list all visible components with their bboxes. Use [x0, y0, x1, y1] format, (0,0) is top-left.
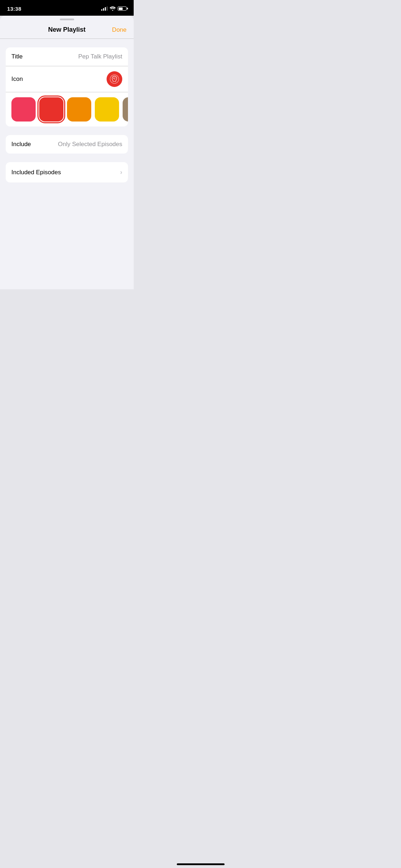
- status-icons: [101, 6, 127, 11]
- icon-row[interactable]: Icon: [6, 66, 128, 92]
- include-card: Include Only Selected Episodes: [6, 135, 128, 154]
- battery-icon: [118, 6, 127, 11]
- episodes-card[interactable]: Included Episodes ›: [6, 162, 128, 182]
- episodes-label: Included Episodes: [11, 169, 61, 176]
- status-time: 13:38: [7, 6, 21, 12]
- brain-icon: [110, 74, 119, 84]
- title-row[interactable]: Title Pep Talk Playlist: [6, 47, 128, 66]
- color-swatch-orange[interactable]: [67, 97, 91, 122]
- include-row[interactable]: Include Only Selected Episodes: [6, 135, 128, 154]
- icon-label: Icon: [11, 76, 23, 83]
- color-swatch-yellow[interactable]: [95, 97, 119, 122]
- signal-icon: [101, 6, 108, 11]
- nav-bar: New Playlist Done: [0, 20, 134, 39]
- title-icon-card: Title Pep Talk Playlist Icon: [6, 47, 128, 126]
- title-label: Title: [11, 53, 23, 60]
- color-swatch-red[interactable]: [39, 97, 63, 122]
- content-area: Title Pep Talk Playlist Icon: [0, 39, 134, 200]
- chevron-right-icon: ›: [120, 169, 122, 176]
- wifi-icon: [110, 6, 115, 11]
- episodes-row[interactable]: Included Episodes ›: [6, 162, 128, 182]
- color-row: [6, 92, 128, 126]
- title-value: Pep Talk Playlist: [78, 53, 122, 60]
- status-bar: 13:38: [0, 0, 134, 16]
- color-swatch-pink[interactable]: [11, 97, 36, 122]
- color-swatch-brown[interactable]: [123, 97, 128, 122]
- include-label: Include: [11, 141, 31, 148]
- done-button[interactable]: Done: [112, 26, 127, 33]
- icon-circle[interactable]: [107, 71, 122, 87]
- include-value: Only Selected Episodes: [58, 141, 123, 148]
- main-sheet: New Playlist Done Title Pep Talk Playlis…: [0, 16, 134, 289]
- page-title: New Playlist: [48, 26, 86, 33]
